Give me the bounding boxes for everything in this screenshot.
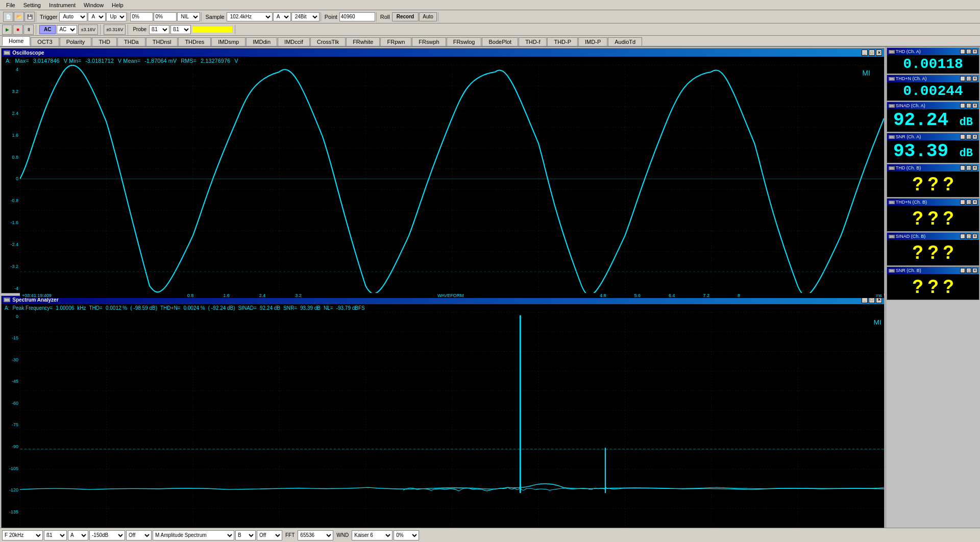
meter-snr-chb-max[interactable]: □ — [966, 268, 971, 273]
meter-thdn-chb: Im THD+N (Ch. B) _ □ ✕ ? ? ? — [887, 198, 979, 232]
spec-thdn-db: ( -92.24 dB) — [208, 305, 235, 311]
tab-imdccif[interactable]: IMDccif — [278, 37, 310, 46]
probe-select2[interactable]: ß1 — [170, 25, 191, 34]
meter-snr-chb-min[interactable]: _ — [960, 268, 965, 273]
tab-imddin[interactable]: IMDdin — [246, 37, 277, 46]
meter-thd-chb-max[interactable]: □ — [966, 165, 971, 170]
record-button[interactable]: Record — [392, 12, 419, 21]
meter-thdn-cha-close[interactable]: ✕ — [972, 76, 977, 81]
meter-sinad-cha-max[interactable]: □ — [966, 103, 971, 108]
meter-snr-cha-min[interactable]: _ — [960, 134, 965, 139]
percent1-input[interactable] — [130, 12, 153, 21]
tab-thdnsl[interactable]: THDnsl — [146, 37, 178, 46]
bottom-db-select[interactable]: -150dB — [89, 530, 125, 540]
main-content: Im Oscilloscope _ □ ✕ A: Max= 3.0147846 … — [0, 47, 980, 528]
bottom-off2-select[interactable]: Off — [257, 530, 282, 540]
menu-help[interactable]: Help — [108, 1, 128, 9]
osc-x-64: 6.4 — [669, 293, 675, 298]
bottom-freq-select[interactable]: F 20kHz — [2, 530, 43, 540]
roll-label: Roll — [379, 14, 391, 20]
pause-btn[interactable]: ⏸ — [23, 24, 34, 35]
tab-imdsmp[interactable]: IMDsmp — [211, 37, 246, 46]
meter-thdn-cha-min[interactable]: _ — [960, 76, 965, 81]
tab-frswlog[interactable]: FRswlog — [447, 37, 482, 46]
spec-y-axis: 0 -15 -30 -45 -60 -75 -90 -105 -120 -135… — [2, 312, 20, 538]
meter-thdn-chb-max[interactable]: □ — [966, 200, 971, 205]
tab-frpwn[interactable]: FRpwn — [380, 37, 411, 46]
save-btn[interactable]: 💾 — [24, 12, 35, 22]
percent2-input[interactable] — [154, 12, 177, 21]
tab-polarity[interactable]: Polarity — [60, 37, 92, 46]
spec-thd-label: THD= — [89, 305, 103, 311]
osc-x-32: 3.2 — [295, 293, 302, 298]
tab-thd[interactable]: THD — [92, 37, 117, 46]
meter-snr-cha-max[interactable]: □ — [966, 134, 971, 139]
osc-yn4: -4 — [2, 286, 18, 291]
tab-bodeplot[interactable]: BodePlot — [482, 37, 518, 46]
menu-setting[interactable]: Setting — [19, 1, 45, 9]
bottom-fft-select[interactable]: 65536 — [298, 530, 333, 540]
freq-select[interactable]: 102.4kHz — [227, 12, 273, 21]
meter-sinad-chb-close[interactable]: ✕ — [972, 234, 977, 239]
meter-sinad-chb-max[interactable]: □ — [966, 234, 971, 239]
direction-select[interactable]: Up — [106, 12, 127, 21]
spec-sinad-label: SINAD= — [238, 305, 257, 311]
tab-thdres[interactable]: THDres — [178, 37, 211, 46]
meter-thd-cha-max[interactable]: □ — [966, 49, 971, 54]
meter-thdn-cha-max[interactable]: □ — [966, 76, 971, 81]
meter-snr-chb-q1: ? — [912, 276, 923, 298]
tab-thdp[interactable]: THD-P — [547, 37, 578, 46]
tab-frwhite[interactable]: FRwhite — [346, 37, 380, 46]
osc-maximize[interactable]: □ — [869, 50, 875, 56]
bottom-b-select[interactable]: B — [235, 530, 256, 540]
meter-sinad-cha-min[interactable]: _ — [960, 103, 965, 108]
tab-imdp[interactable]: IMD-P — [578, 37, 607, 46]
osc-minimize[interactable]: _ — [862, 50, 868, 56]
channel-select[interactable]: A — [88, 12, 106, 21]
play-btn[interactable]: ▶ — [2, 24, 12, 35]
bottom-percent-select[interactable]: 0% — [394, 530, 419, 540]
meter-thd-cha-min[interactable]: _ — [960, 49, 965, 54]
meter-thd-chb-close[interactable]: ✕ — [972, 165, 977, 170]
meter-snr-cha-close[interactable]: ✕ — [972, 134, 977, 139]
bottom-a-select[interactable]: A — [68, 530, 88, 540]
stop-btn[interactable]: ■ — [13, 24, 23, 35]
meter-sinad-chb-min[interactable]: _ — [960, 234, 965, 239]
voltage1-btn[interactable]: ±3.16V — [78, 24, 97, 35]
probe-select[interactable]: ß1 — [149, 25, 169, 34]
bottom-mode-select[interactable]: M Amplitude Spectrum — [153, 530, 234, 540]
osc-yn16: -1.6 — [2, 220, 18, 225]
menu-file[interactable]: File — [2, 1, 19, 9]
tab-frswph[interactable]: FRswph — [412, 37, 446, 46]
menu-instrument[interactable]: Instrument — [45, 1, 80, 9]
meter-thdn-chb-close[interactable]: ✕ — [972, 200, 977, 205]
meter-snr-chb-close[interactable]: ✕ — [972, 268, 977, 273]
bottom-b1-select[interactable]: ß1 — [44, 530, 67, 540]
meter-sinad-cha-close[interactable]: ✕ — [972, 103, 977, 108]
meter-thd-chb-value: ? ? ? — [887, 171, 979, 197]
tab-audiotd[interactable]: AudioTd — [608, 37, 642, 46]
trigger-select[interactable]: Auto — [59, 12, 87, 21]
tab-thda[interactable]: THDa — [117, 37, 145, 46]
tab-thdf[interactable]: THD-f — [519, 37, 547, 46]
menu-window[interactable]: Window — [80, 1, 108, 9]
tab-oct3[interactable]: OCT3 — [31, 37, 59, 46]
nil-select[interactable]: NIL — [177, 12, 200, 21]
ac-select[interactable]: AC — [57, 25, 77, 34]
meter-thd-cha-close[interactable]: ✕ — [972, 49, 977, 54]
open-btn[interactable]: 📂 — [14, 12, 24, 22]
new-btn[interactable]: 📄 — [3, 12, 13, 22]
tab-crosstlk[interactable]: CrossTlk — [310, 37, 346, 46]
auto-button[interactable]: Auto — [419, 12, 437, 21]
bits-select[interactable]: 24Bit — [291, 12, 320, 21]
bottom-off1-select[interactable]: Off — [126, 530, 152, 540]
osc-close[interactable]: ✕ — [876, 50, 882, 56]
bottom-wnd-select[interactable]: Kaiser 6 — [352, 530, 393, 540]
meter-thdn-chb-min[interactable]: _ — [960, 200, 965, 205]
ac-btn1[interactable]: AC — [39, 25, 56, 34]
tab-home[interactable]: Home — [2, 36, 30, 46]
voltage2-btn[interactable]: ±0.316V — [104, 24, 126, 35]
point-input[interactable] — [339, 12, 375, 21]
ch-a-select[interactable]: A — [273, 12, 291, 21]
meter-thd-chb-min[interactable]: _ — [960, 165, 965, 170]
